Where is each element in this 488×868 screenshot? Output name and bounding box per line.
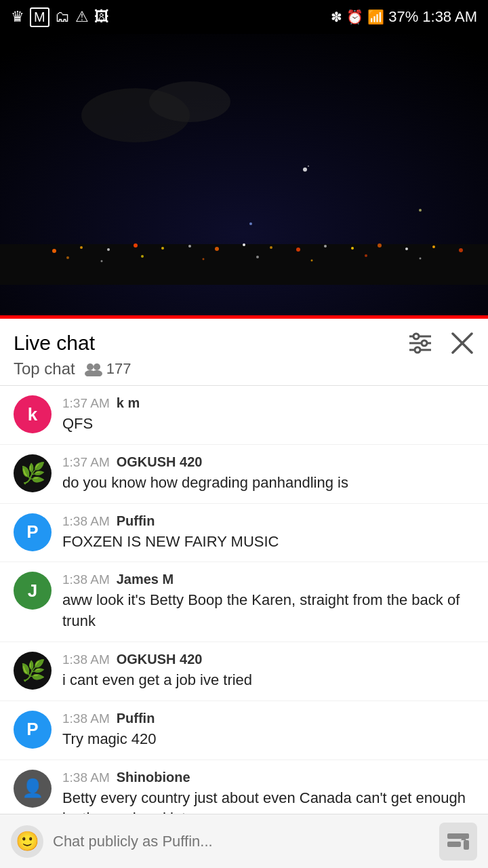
message-content: 1:38 AM Puffin Try magic 420 — [62, 711, 474, 750]
message-time: 1:38 AM — [62, 652, 110, 667]
svg-point-7 — [134, 243, 138, 248]
message-meta: 1:38 AM Puffin — [62, 513, 474, 529]
chat-input-field[interactable] — [53, 833, 430, 850]
svg-point-8 — [161, 247, 164, 250]
message-time: 1:38 AM — [62, 770, 110, 785]
svg-point-6 — [107, 248, 110, 251]
emoji-icon: 🙂 — [16, 830, 39, 852]
chat-message: J 1:38 AM James M aww look it's Betty Bo… — [0, 562, 488, 642]
user-avatar: k — [14, 395, 52, 433]
svg-point-37 — [415, 347, 420, 353]
svg-point-18 — [432, 245, 435, 248]
live-chat-title: Live chat — [14, 332, 95, 355]
close-icon — [450, 331, 474, 355]
svg-point-23 — [203, 258, 205, 260]
message-username: OGKUSH 420 — [117, 652, 203, 667]
svg-point-20 — [66, 256, 69, 259]
message-content: 1:37 AM OGKUSH 420 do you know how degra… — [62, 454, 474, 494]
send-message-button[interactable] — [439, 823, 477, 861]
filter-icon-button[interactable] — [407, 331, 434, 355]
chat-message: k 1:37 AM k m QFS — [0, 386, 488, 445]
user-avatar: P — [14, 711, 52, 749]
message-content: 1:38 AM Puffin FOXZEN IS NEW FAIRY MUSIC — [62, 513, 474, 553]
video-area[interactable] — [0, 34, 488, 319]
folder-icon: 🗂 — [55, 8, 70, 26]
viewer-count-number: 177 — [106, 360, 131, 378]
user-avatar: 🌿 — [14, 652, 52, 690]
user-avatar: 🌿 — [14, 454, 52, 492]
svg-point-5 — [80, 246, 83, 249]
chat-header: Live chat Top — [0, 319, 488, 386]
warning-icon: ⚠ — [75, 8, 89, 26]
top-chat-label[interactable]: Top chat — [14, 359, 75, 378]
chat-input-bar: 🙂 — [0, 814, 488, 868]
svg-point-10 — [215, 247, 219, 251]
city-lights-svg — [0, 34, 488, 319]
chat-header-icons — [407, 331, 474, 355]
time-display: 1:38 AM — [422, 8, 477, 26]
svg-point-2 — [149, 81, 230, 122]
message-meta: 1:38 AM James M — [62, 572, 474, 587]
message-content: 1:38 AM James M aww look it's Betty Boop… — [62, 572, 474, 632]
message-username: Puffin — [117, 711, 155, 726]
avatar-letter: k — [28, 404, 37, 425]
viewer-icon — [83, 361, 102, 376]
message-meta: 1:37 AM k m — [62, 395, 474, 411]
user-photo-icon: 👤 — [22, 778, 43, 799]
status-left-icons: ♛ M 🗂 ⚠ 🖼 — [11, 7, 109, 27]
svg-rect-46 — [464, 840, 469, 850]
chat-message: P 1:38 AM Puffin Try magic 420 — [0, 701, 488, 760]
message-username: OGKUSH 420 — [117, 454, 203, 470]
svg-point-27 — [420, 258, 422, 260]
svg-point-14 — [324, 245, 327, 248]
weed-leaf-icon: 🌿 — [20, 461, 45, 485]
message-username: k m — [117, 395, 140, 411]
svg-rect-44 — [447, 833, 469, 839]
image-icon: 🖼 — [94, 8, 109, 26]
svg-point-41 — [94, 363, 100, 370]
svg-point-22 — [141, 255, 144, 258]
svg-point-30 — [249, 222, 252, 225]
status-right-icons: ✽ ⏰ 📶 37% 1:38 AM — [331, 8, 477, 26]
chat-message: P 1:38 AM Puffin FOXZEN IS NEW FAIRY MUS… — [0, 504, 488, 563]
weed-leaf-icon: 🌿 — [20, 658, 45, 682]
chat-message: 🌿 1:37 AM OGKUSH 420 do you know how deg… — [0, 445, 488, 504]
viewer-count: 177 — [83, 360, 131, 378]
battery-text: 37% — [388, 8, 418, 26]
message-text: i cant even get a job ive tried — [62, 670, 474, 691]
filter-icon — [407, 331, 434, 355]
send-icon — [446, 831, 470, 852]
message-meta: 1:38 AM Puffin — [62, 711, 474, 726]
svg-point-40 — [87, 363, 94, 370]
svg-point-15 — [351, 247, 354, 250]
user-avatar: J — [14, 572, 52, 610]
message-text: FOXZEN IS NEW FAIRY MUSIC — [62, 532, 474, 553]
video-night-background — [0, 34, 488, 319]
emoji-button[interactable]: 🙂 — [11, 825, 43, 858]
svg-rect-3 — [0, 244, 488, 285]
svg-point-24 — [256, 256, 259, 258]
wifi-icon: 📶 — [367, 9, 384, 25]
chat-sub-row: Top chat 177 — [14, 359, 474, 378]
message-username: Puffin — [117, 513, 155, 529]
close-chat-button[interactable] — [450, 331, 474, 355]
svg-point-25 — [311, 260, 313, 262]
svg-point-35 — [413, 334, 419, 339]
red-progress-bar — [0, 315, 488, 319]
message-time: 1:38 AM — [62, 711, 110, 726]
message-text: QFS — [62, 414, 474, 435]
m-icon: M — [30, 7, 49, 27]
svg-point-16 — [378, 243, 382, 248]
svg-rect-45 — [447, 842, 461, 847]
svg-point-13 — [296, 248, 300, 252]
message-username: Shinobione — [117, 770, 190, 785]
svg-point-31 — [419, 209, 422, 212]
svg-point-29 — [308, 165, 309, 167]
svg-point-19 — [459, 248, 463, 252]
message-time: 1:38 AM — [62, 572, 110, 587]
message-time: 1:37 AM — [62, 396, 110, 411]
message-username: James M — [117, 572, 174, 587]
status-bar: ♛ M 🗂 ⚠ 🖼 ✽ ⏰ 📶 37% 1:38 AM — [0, 0, 488, 34]
avatar-letter: P — [26, 719, 38, 740]
svg-point-17 — [405, 248, 408, 250]
